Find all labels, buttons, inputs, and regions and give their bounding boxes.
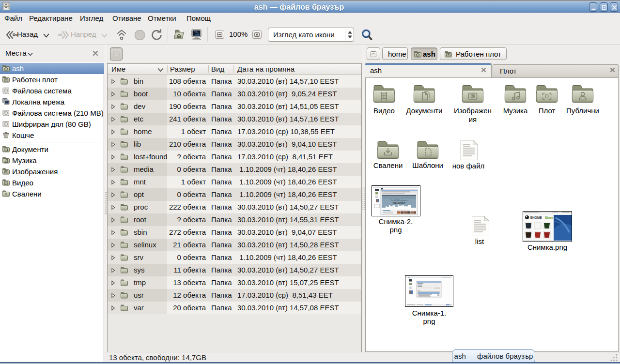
svg-text:Store: Store [545,216,553,219]
svg-text:GNOME: GNOME [530,216,542,219]
svg-text:GUADEC: GUADEC [393,201,406,205]
